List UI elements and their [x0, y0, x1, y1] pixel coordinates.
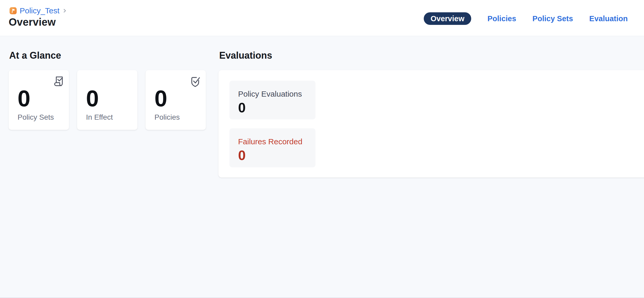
tab-policy-sets[interactable]: Policy Sets	[533, 12, 573, 25]
page-header: Policy_Test Overview Overview Policies P…	[0, 0, 644, 36]
top-nav: Overview Policies Policy Sets Evaluation	[424, 12, 628, 25]
evaluations-panel: Policy Evaluations 0 Failures Recorded 0	[218, 70, 644, 178]
glance-card-policies: 0 Policies	[146, 70, 206, 130]
stat-label: In Effect	[86, 113, 113, 122]
scroll-check-icon	[53, 76, 64, 88]
stat-label: Policy Evaluations	[238, 89, 302, 99]
tab-policies[interactable]: Policies	[487, 12, 516, 25]
stat-value: 0	[238, 148, 246, 163]
glance-card-policy-sets: 0 Policy Sets	[9, 70, 69, 130]
chevron-right-icon	[63, 8, 67, 13]
flag-icon	[9, 7, 17, 14]
stat-value: 0	[154, 87, 167, 110]
glance-cards: 0 Policy Sets 0 In Effect 0 Policies	[9, 70, 206, 130]
stat-label: Failures Recorded	[238, 137, 302, 146]
stat-value: 0	[86, 87, 99, 110]
tab-evaluation[interactable]: Evaluation	[589, 12, 628, 25]
stat-value: 0	[238, 100, 246, 115]
page-title: Overview	[9, 16, 56, 28]
policy-evaluations-tile: Policy Evaluations 0	[229, 81, 315, 119]
breadcrumb: Policy_Test	[9, 7, 67, 15]
failures-recorded-tile: Failures Recorded 0	[229, 128, 315, 167]
stat-label: Policy Sets	[18, 113, 54, 122]
glance-heading: At a Glance	[9, 50, 61, 61]
breadcrumb-project-link[interactable]: Policy_Test	[20, 7, 60, 15]
stat-label: Policies	[154, 113, 180, 122]
shield-check-icon	[190, 76, 201, 88]
app-root: Policy_Test Overview Overview Policies P…	[0, 0, 644, 298]
tab-overview[interactable]: Overview	[424, 12, 471, 25]
evaluations-heading: Evaluations	[219, 50, 272, 61]
stat-value: 0	[18, 87, 30, 110]
glance-card-in-effect: 0 In Effect	[77, 70, 137, 130]
